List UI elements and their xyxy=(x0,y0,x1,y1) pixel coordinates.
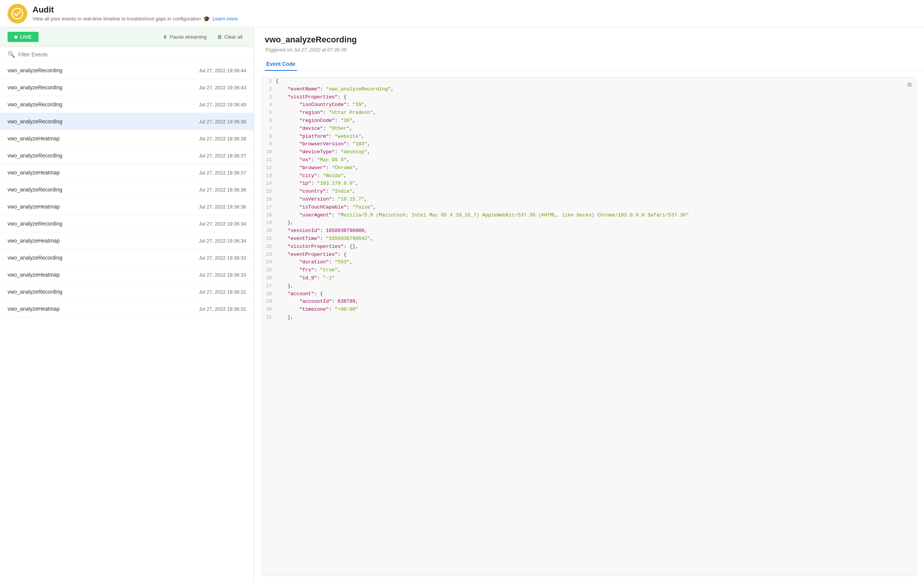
line-code: }, xyxy=(276,282,916,290)
code-line: 17 "isTouchCapable": "false", xyxy=(262,203,916,212)
line-code: "eventName": "vwo_analyzeRecording", xyxy=(276,86,916,93)
event-row[interactable]: vwo_analyzeRecording Jul 27, 2022 19:36:… xyxy=(0,96,254,113)
line-code: { xyxy=(276,78,916,86)
copy-code-button[interactable]: ⧉ xyxy=(908,81,911,88)
event-row[interactable]: vwo_analyzeHeatmap Jul 27, 2022 19:36:38 xyxy=(0,130,254,147)
code-line: 4 "isoCountryCode": "IN", xyxy=(262,101,916,109)
code-line: 11 "os": "Mac OS X", xyxy=(262,156,916,164)
line-code: "browserVersion": "103", xyxy=(276,141,916,148)
line-number: 25 xyxy=(262,266,276,274)
event-name: vwo_analyzeHeatmap xyxy=(8,306,60,312)
line-number: 4 xyxy=(262,101,276,109)
event-name: vwo_analyzeHeatmap xyxy=(8,272,60,278)
line-number: 5 xyxy=(262,109,276,117)
line-code: "isTouchCapable": "false", xyxy=(276,203,916,212)
main-layout: LIVE ⏸ Pause streaming 🗑 Clear all 🔍 vwo… xyxy=(0,27,924,582)
line-code: "timezone": "+00:00" xyxy=(276,306,916,314)
event-time: Jul 27, 2022 19:36:31 xyxy=(199,306,246,312)
event-time: Jul 27, 2022 19:36:34 xyxy=(199,221,246,227)
code-line: 6 "regionCode": "36", xyxy=(262,117,916,125)
event-row[interactable]: vwo_analyzeHeatmap Jul 27, 2022 19:36:37 xyxy=(0,164,254,181)
code-line: 16 "osVersion": "10.15.7", xyxy=(262,196,916,203)
event-name: vwo_analyzeRecording xyxy=(8,221,63,227)
code-line: 3 "visitProperties": { xyxy=(262,93,916,101)
line-code: "browser": "Chrome", xyxy=(276,164,916,172)
detail-title: vwo_analyzeRecording xyxy=(265,35,913,45)
line-code: "osVersion": "10.15.7", xyxy=(276,196,916,203)
line-code: "eventTime": "1658930798642", xyxy=(276,235,916,243)
tab-bar: Event Code xyxy=(265,58,913,71)
event-row[interactable]: vwo_analyzeRecording Jul 27, 2022 19:36:… xyxy=(0,62,254,79)
event-list: vwo_analyzeRecording Jul 27, 2022 19:36:… xyxy=(0,62,254,582)
code-line: 9 "browserVersion": "103", xyxy=(262,141,916,148)
code-line: 26 "id_9": "-1" xyxy=(262,274,916,282)
event-time: Jul 27, 2022 19:36:36 xyxy=(199,187,246,193)
line-number: 11 xyxy=(262,156,276,164)
event-name: vwo_analyzeHeatmap xyxy=(8,238,60,244)
code-line: 19 }, xyxy=(262,219,916,227)
line-code: "eventProperties": { xyxy=(276,251,916,259)
filter-bar: 🔍 xyxy=(0,47,254,62)
learn-more-link[interactable]: Learn more xyxy=(213,16,238,21)
line-code: "visitorProperties": {}, xyxy=(276,243,916,251)
event-row[interactable]: vwo_analyzeHeatmap Jul 27, 2022 19:36:36 xyxy=(0,198,254,215)
event-name: vwo_analyzeRecording xyxy=(8,152,63,159)
line-number: 10 xyxy=(262,148,276,156)
code-line: 24 "duration": "553", xyxy=(262,258,916,266)
code-line: 18 "userAgent": "Mozilla/5.0 (Macintosh;… xyxy=(262,212,916,220)
code-line: 22 "visitorProperties": {}, xyxy=(262,243,916,251)
pause-streaming-button[interactable]: ⏸ Pause streaming xyxy=(159,32,211,42)
code-line: 31 }, xyxy=(262,314,916,322)
event-time: Jul 27, 2022 19:36:38 xyxy=(199,136,246,142)
line-number: 19 xyxy=(262,219,276,227)
header-text: Audit View all your events in real-time … xyxy=(33,5,238,22)
event-row[interactable]: vwo_analyzeRecording Jul 27, 2022 19:36:… xyxy=(0,113,254,130)
code-line: 15 "country": "India", xyxy=(262,188,916,196)
line-number: 30 xyxy=(262,306,276,314)
pause-icon: ⏸ xyxy=(163,34,168,40)
line-number: 15 xyxy=(262,188,276,196)
code-panel: ⧉ 1 { 2 "eventName": "vwo_analyzeRecordi… xyxy=(262,77,916,576)
event-time: Jul 27, 2022 19:36:43 xyxy=(199,85,246,91)
line-number: 3 xyxy=(262,93,276,101)
event-row[interactable]: vwo_analyzeHeatmap Jul 27, 2022 19:36:33 xyxy=(0,266,254,283)
event-row[interactable]: vwo_analyzeRecording Jul 27, 2022 19:36:… xyxy=(0,250,254,266)
line-number: 23 xyxy=(262,251,276,259)
code-line: 5 "region": "Uttar Pradesh", xyxy=(262,109,916,117)
line-code: "isoCountryCode": "IN", xyxy=(276,101,916,109)
event-row[interactable]: vwo_analyzeRecording Jul 27, 2022 19:36:… xyxy=(0,147,254,164)
app-logo xyxy=(8,4,27,23)
filter-input[interactable] xyxy=(18,51,246,58)
code-line: 27 }, xyxy=(262,282,916,290)
line-number: 12 xyxy=(262,164,276,172)
clear-all-button[interactable]: 🗑 Clear all xyxy=(213,32,246,42)
line-code: "accountId": 638799, xyxy=(276,298,916,306)
right-panel: vwo_analyzeRecording Triggered on Jul 27… xyxy=(254,27,924,582)
event-row[interactable]: vwo_analyzeRecording Jul 27, 2022 19:36:… xyxy=(0,283,254,301)
page-title: Audit xyxy=(33,5,238,15)
event-time: Jul 27, 2022 19:36:40 xyxy=(199,102,246,107)
code-line: 13 "city": "Noida", xyxy=(262,172,916,180)
tab-event-code[interactable]: Event Code xyxy=(265,58,297,71)
line-number: 17 xyxy=(262,203,276,212)
event-time: Jul 27, 2022 19:36:36 xyxy=(199,204,246,210)
event-name: vwo_analyzeRecording xyxy=(8,289,63,295)
search-icon: 🔍 xyxy=(8,51,15,58)
page-header: Audit View all your events in real-time … xyxy=(0,0,924,27)
line-code: }, xyxy=(276,219,916,227)
event-row[interactable]: vwo_analyzeRecording Jul 27, 2022 19:36:… xyxy=(0,181,254,198)
line-number: 24 xyxy=(262,258,276,266)
event-time: Jul 27, 2022 19:36:44 xyxy=(199,68,246,73)
graduation-icon: 🎓 xyxy=(203,15,210,22)
line-number: 20 xyxy=(262,227,276,235)
code-line: 14 "ip": "103.179.9.0", xyxy=(262,180,916,188)
event-row[interactable]: vwo_analyzeRecording Jul 27, 2022 19:36:… xyxy=(0,79,254,96)
code-line: 12 "browser": "Chrome", xyxy=(262,164,916,172)
event-row[interactable]: vwo_analyzeHeatmap Jul 27, 2022 19:36:31 xyxy=(0,301,254,317)
event-row[interactable]: vwo_analyzeRecording Jul 27, 2022 19:36:… xyxy=(0,215,254,232)
event-row[interactable]: vwo_analyzeHeatmap Jul 27, 2022 19:36:34 xyxy=(0,232,254,250)
code-line: 2 "eventName": "vwo_analyzeRecording", xyxy=(262,86,916,93)
line-number: 9 xyxy=(262,141,276,148)
event-name: vwo_analyzeRecording xyxy=(8,119,63,124)
line-number: 31 xyxy=(262,314,276,322)
